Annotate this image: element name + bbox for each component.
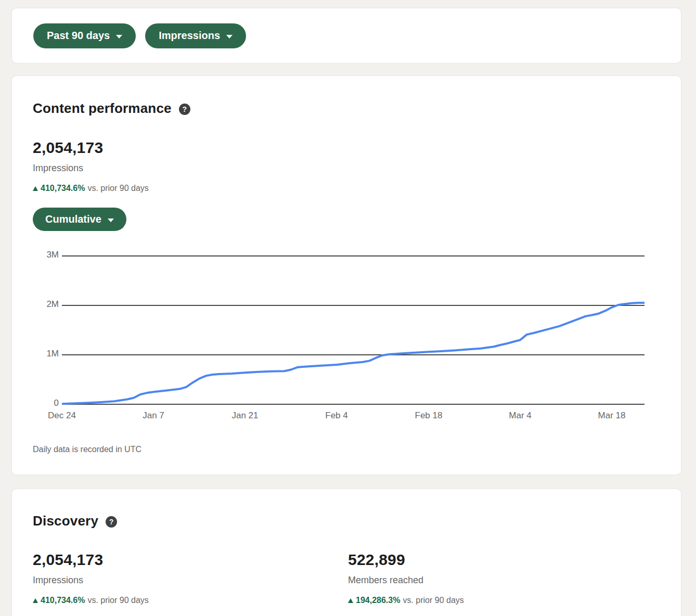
metric-label: Impressions — [159, 30, 220, 42]
impressions-total-label: Impressions — [33, 163, 149, 174]
discovery-impressions-label: Impressions — [33, 575, 149, 586]
impressions-delta-suffix: vs. prior 90 days — [87, 184, 148, 193]
discovery-header: Discovery ? — [33, 513, 117, 529]
x-axis-tick-jan21: Jan 21 — [214, 410, 276, 421]
discovery-members-value: 522,899 — [348, 551, 464, 569]
y-axis-tick-1m: 1M — [28, 349, 59, 359]
filters-card: Past 90 days Impressions — [11, 8, 681, 63]
chart-plot-area[interactable] — [62, 250, 645, 417]
increase-arrow-icon — [348, 598, 353, 603]
discovery-members-delta-value: 194,286.3% — [356, 596, 400, 605]
discovery-impressions-delta-suffix: vs. prior 90 days — [87, 596, 148, 605]
x-axis-tick-dec24: Dec 24 — [31, 410, 93, 421]
chart-footnote: Daily data is recorded in UTC — [33, 445, 141, 454]
help-icon[interactable]: ? — [106, 516, 117, 528]
impressions-delta-value: 410,734.6% — [41, 184, 85, 193]
discovery-impressions-value: 2,054,173 — [33, 551, 149, 569]
content-performance-card: Content performance ? 2,054,173 Impressi… — [11, 75, 681, 475]
discovery-impressions-delta: 410,734.6% vs. prior 90 days — [33, 596, 149, 605]
chevron-down-icon — [116, 35, 122, 38]
chevron-down-icon — [226, 35, 233, 38]
metric-dropdown[interactable]: Impressions — [145, 23, 246, 48]
x-axis-tick-mar4: Mar 4 — [489, 410, 551, 421]
y-axis-tick-0: 0 — [28, 398, 59, 408]
discovery-impressions-stat: 2,054,173 Impressions 410,734.6% vs. pri… — [33, 551, 149, 605]
discovery-members-label: Members reached — [348, 575, 464, 586]
impressions-delta: 410,734.6% vs. prior 90 days — [33, 184, 149, 193]
view-mode-dropdown[interactable]: Cumulative — [33, 208, 126, 231]
x-axis-tick-jan7: Jan 7 — [122, 410, 185, 421]
x-axis-tick-mar18: Mar 18 — [581, 410, 643, 421]
cumulative-line — [62, 303, 645, 404]
x-axis-tick-feb18: Feb 18 — [397, 410, 460, 421]
y-axis-tick-2m: 2M — [28, 299, 59, 310]
discovery-members-delta: 194,286.3% vs. prior 90 days — [348, 596, 464, 605]
discovery-members-delta-suffix: vs. prior 90 days — [403, 596, 463, 605]
date-range-dropdown[interactable]: Past 90 days — [33, 23, 136, 48]
impressions-summary-stat: 2,054,173 Impressions 410,734.6% vs. pri… — [33, 139, 149, 193]
y-axis-tick-3m: 3M — [28, 250, 59, 260]
increase-arrow-icon — [33, 186, 38, 191]
help-icon[interactable]: ? — [179, 104, 190, 115]
impressions-chart: 3M 2M 1M 0 Dec 24 Jan 7 Jan 21 Feb 4 Feb… — [12, 250, 681, 422]
date-range-label: Past 90 days — [47, 30, 110, 42]
content-performance-header: Content performance ? — [33, 100, 190, 117]
x-axis-tick-feb4: Feb 4 — [305, 410, 368, 421]
chevron-down-icon — [108, 219, 114, 222]
view-mode-label: Cumulative — [45, 213, 101, 225]
impressions-total: 2,054,173 — [33, 139, 149, 157]
content-performance-title: Content performance — [33, 100, 172, 117]
discovery-title: Discovery — [33, 513, 98, 529]
discovery-card: Discovery ? 2,054,173 Impressions 410,73… — [11, 489, 681, 616]
discovery-members-stat: 522,899 Members reached 194,286.3% vs. p… — [348, 551, 464, 605]
increase-arrow-icon — [33, 598, 38, 603]
discovery-impressions-delta-value: 410,734.6% — [41, 596, 85, 605]
